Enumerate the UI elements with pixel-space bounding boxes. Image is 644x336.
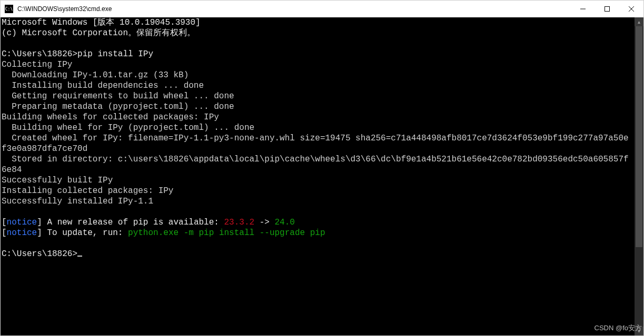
terminal-output[interactable]: Microsoft Windows [版本 10.0.19045.3930] (… — [1, 17, 635, 335]
notice-bracket: [ — [2, 228, 7, 238]
notice-bracket: ] — [37, 228, 42, 238]
titlebar[interactable]: C:\ C:\WINDOWS\system32\cmd.exe — [1, 1, 643, 17]
output-line: Building wheels for collected packages: … — [2, 113, 219, 122]
window-title: C:\WINDOWS\system32\cmd.exe — [17, 5, 571, 13]
notice-tag: notice — [7, 218, 37, 227]
notice-bracket: [ — [2, 218, 7, 227]
output-line: Preparing metadata (pyproject.toml) ... … — [2, 102, 234, 111]
arrow-text: -> — [254, 218, 274, 227]
output-line: Successfully built IPy — [2, 176, 113, 185]
output-line: Getting requirements to build wheel ... … — [2, 91, 234, 101]
window-controls — [571, 1, 643, 17]
prompt: C:\Users\18826> — [2, 49, 77, 59]
output-line: Installing build dependencies ... done — [2, 81, 204, 90]
output-line: Installing collected packages: IPy — [2, 186, 173, 196]
cursor-icon — [77, 256, 82, 257]
prompt: C:\Users\18826> — [2, 249, 77, 259]
scrollbar-thumb[interactable] — [636, 26, 642, 247]
cmd-icon: C:\ — [5, 5, 13, 13]
minimize-button[interactable] — [571, 1, 595, 17]
notice-tag: notice — [7, 228, 37, 238]
svg-rect-1 — [605, 7, 610, 12]
scroll-down-icon[interactable]: ▾ — [635, 327, 643, 335]
old-version: 23.3.2 — [224, 218, 254, 227]
output-line: Stored in directory: c:\users\18826\appd… — [2, 155, 629, 175]
notice-bracket: ] — [37, 218, 42, 227]
command-text: pip install IPy — [77, 49, 153, 59]
notice-text: To update, run: — [42, 228, 128, 238]
vertical-scrollbar[interactable]: ▴ ▾ — [635, 17, 643, 335]
terminal-area: Microsoft Windows [版本 10.0.19045.3930] (… — [1, 17, 643, 335]
output-line: Building wheel for IPy (pyproject.toml) … — [2, 123, 254, 133]
close-button[interactable] — [619, 1, 643, 17]
copyright-line: (c) Microsoft Corporation。保留所有权利。 — [2, 28, 195, 38]
output-line: Created wheel for IPy: filename=IPy-1.1-… — [2, 134, 629, 154]
os-banner: Microsoft Windows [版本 10.0.19045.3930] — [2, 18, 201, 27]
cmd-window: C:\ C:\WINDOWS\system32\cmd.exe Microsof… — [0, 0, 644, 336]
new-version: 24.0 — [275, 218, 295, 227]
output-line: Collecting IPy — [2, 60, 72, 69]
upgrade-command: python.exe -m pip install --upgrade pip — [128, 228, 325, 238]
maximize-button[interactable] — [595, 1, 619, 17]
output-line: Successfully installed IPy-1.1 — [2, 197, 153, 206]
output-line: Downloading IPy-1.01.tar.gz (33 kB) — [2, 70, 189, 80]
notice-text: A new release of pip is available: — [42, 218, 224, 227]
scroll-up-icon[interactable]: ▴ — [635, 17, 643, 26]
